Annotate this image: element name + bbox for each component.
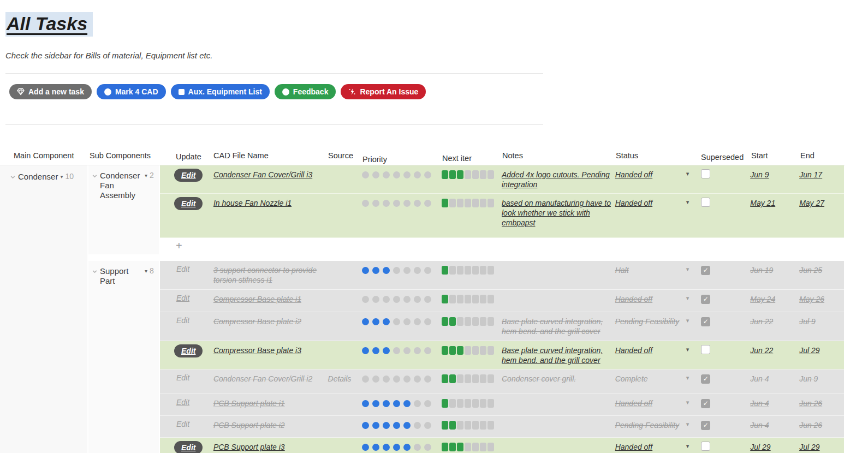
priority-dot[interactable] — [403, 347, 411, 354]
dropdown-triangle-icon[interactable]: ▾ — [145, 172, 147, 178]
priority-dot[interactable] — [372, 267, 379, 274]
iter-square[interactable] — [487, 199, 494, 207]
priority-dot[interactable] — [383, 171, 390, 178]
priority-dot[interactable] — [372, 444, 379, 451]
iter-square[interactable] — [457, 266, 463, 275]
priority-dot[interactable] — [383, 444, 390, 451]
priority-dot[interactable] — [393, 296, 400, 303]
priority-dot[interactable] — [424, 422, 431, 429]
iter-square[interactable] — [480, 399, 486, 408]
iter-square[interactable] — [487, 346, 494, 355]
iter-square[interactable] — [449, 266, 456, 275]
status-value[interactable]: Handed off — [615, 346, 653, 355]
end-date[interactable]: Jun 25 — [799, 266, 822, 275]
priority-dot[interactable] — [393, 200, 400, 207]
priority-dots[interactable] — [362, 347, 441, 354]
iter-square[interactable] — [442, 421, 448, 430]
start-date[interactable]: Jun 22 — [750, 317, 773, 326]
sub-component-name[interactable]: Condenser Fan Assembly — [100, 171, 142, 200]
priority-dot[interactable] — [424, 444, 431, 451]
iter-square[interactable] — [465, 346, 471, 355]
notes-text[interactable]: Base plate curved integration, hem bend.… — [502, 346, 603, 365]
superseded-checkbox[interactable] — [701, 295, 710, 304]
iter-square[interactable] — [449, 295, 456, 303]
edit-button[interactable]: Edit — [174, 169, 203, 182]
iter-square[interactable] — [449, 317, 456, 326]
end-date[interactable]: Jun 26 — [799, 399, 822, 408]
priority-dot[interactable] — [414, 375, 421, 383]
notes-text[interactable]: Base plate curved integration, hem bend.… — [502, 317, 603, 336]
next-iter-squares[interactable] — [442, 443, 501, 451]
status-value[interactable]: Handed off — [615, 170, 653, 179]
priority-dot[interactable] — [424, 267, 431, 274]
iter-square[interactable] — [457, 346, 463, 355]
priority-dots[interactable] — [362, 400, 441, 407]
iter-square[interactable] — [472, 266, 479, 275]
priority-dot[interactable] — [393, 400, 400, 407]
cad-file-link[interactable]: Compressor Base plate i3 — [213, 346, 301, 355]
iter-square[interactable] — [472, 399, 479, 408]
status-value[interactable]: Handed off — [615, 399, 653, 408]
priority-dot[interactable] — [393, 318, 400, 325]
edit-button[interactable]: Edit — [174, 397, 189, 407]
priority-dot[interactable] — [403, 400, 411, 407]
superseded-checkbox[interactable] — [701, 374, 710, 384]
cad-file-link[interactable]: PCB Support plate i2 — [213, 421, 285, 430]
superseded-checkbox[interactable] — [701, 169, 710, 178]
priority-dot[interactable] — [372, 400, 379, 407]
priority-dots[interactable] — [362, 171, 441, 178]
iter-square[interactable] — [465, 399, 471, 408]
iter-square[interactable] — [457, 421, 463, 430]
source-link[interactable]: Details — [328, 374, 352, 383]
priority-dot[interactable] — [403, 318, 411, 325]
priority-dot[interactable] — [403, 422, 411, 429]
iter-square[interactable] — [457, 317, 463, 326]
priority-dot[interactable] — [424, 296, 431, 303]
iter-square[interactable] — [457, 170, 463, 179]
priority-dot[interactable] — [414, 171, 421, 178]
iter-square[interactable] — [472, 374, 479, 383]
iter-square[interactable] — [480, 317, 486, 326]
next-iter-squares[interactable] — [442, 170, 501, 179]
priority-dot[interactable] — [393, 267, 400, 274]
report-an-issue-button[interactable]: Report An Issue — [341, 84, 426, 99]
edit-button[interactable]: Edit — [174, 373, 189, 382]
iter-square[interactable] — [457, 443, 463, 451]
iter-square[interactable] — [480, 346, 486, 355]
status-value[interactable]: Pending Feasibility — [615, 421, 680, 430]
iter-square[interactable] — [472, 317, 479, 326]
next-iter-squares[interactable] — [442, 399, 501, 408]
priority-dot[interactable] — [424, 347, 431, 354]
superseded-checkbox[interactable] — [701, 317, 710, 326]
next-iter-squares[interactable] — [442, 295, 501, 303]
priority-dot[interactable] — [372, 318, 379, 325]
chevron-down-icon[interactable] — [10, 174, 16, 180]
priority-dot[interactable] — [414, 318, 421, 325]
end-date[interactable]: Jun 26 — [799, 421, 822, 430]
priority-dot[interactable] — [403, 267, 411, 274]
iter-square[interactable] — [480, 421, 486, 430]
iter-square[interactable] — [442, 443, 448, 451]
priority-dot[interactable] — [362, 296, 369, 303]
iter-square[interactable] — [472, 346, 479, 355]
iter-square[interactable] — [442, 170, 448, 179]
status-value[interactable]: Pending Feasibility — [615, 317, 680, 326]
priority-dots[interactable] — [362, 318, 441, 325]
end-date[interactable]: Jun 17 — [799, 170, 822, 179]
priority-dot[interactable] — [372, 171, 379, 178]
priority-dot[interactable] — [393, 171, 400, 178]
iter-square[interactable] — [442, 399, 448, 408]
status-value[interactable]: Handed off — [615, 199, 653, 207]
edit-button[interactable]: Edit — [174, 441, 203, 453]
iter-square[interactable] — [480, 374, 486, 383]
superseded-checkbox[interactable] — [701, 421, 710, 430]
priority-dots[interactable] — [362, 422, 441, 429]
priority-dot[interactable] — [362, 422, 369, 429]
priority-dot[interactable] — [383, 267, 390, 274]
status-dropdown-arrow-icon[interactable] — [686, 170, 689, 177]
dropdown-triangle-icon[interactable]: ▾ — [145, 268, 147, 274]
superseded-checkbox[interactable] — [701, 198, 710, 207]
priority-dot[interactable] — [362, 318, 369, 325]
priority-dot[interactable] — [393, 347, 400, 354]
priority-dot[interactable] — [414, 267, 421, 274]
